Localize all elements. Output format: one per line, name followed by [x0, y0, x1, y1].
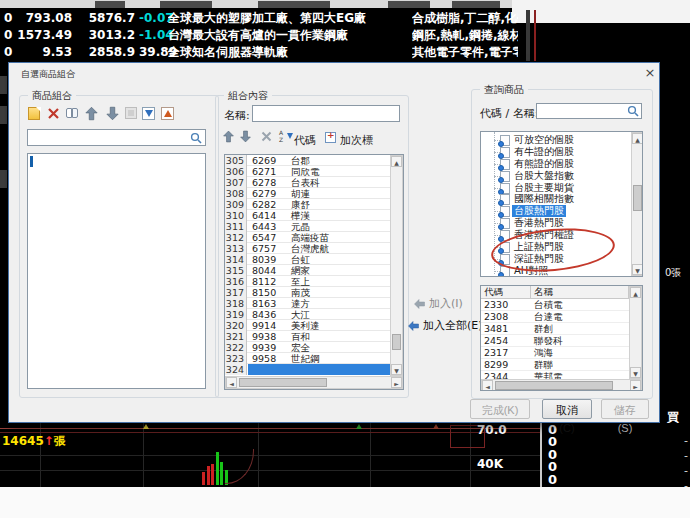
tree-item-label[interactable]: 深証熱門股	[512, 253, 566, 265]
table-row[interactable]: 2454 聯發科	[481, 335, 629, 347]
scroll-down-button[interactable]: ▼	[391, 364, 402, 375]
tree-item-label[interactable]: 國際相關指數	[512, 193, 576, 205]
content-row[interactable]: 318 8163 達方	[225, 298, 392, 309]
move-down-icon[interactable]	[105, 106, 120, 121]
tree-item-label[interactable]: 香港熱門權證	[512, 229, 576, 241]
scroll-left-button[interactable]: ◄	[226, 377, 237, 388]
row-code: 8150	[252, 287, 276, 298]
content-row[interactable]: 305 6269 台郡	[225, 155, 392, 166]
tree-item[interactable]: 可放空的個股	[481, 134, 629, 146]
tree-item-label[interactable]: AH對照	[512, 265, 550, 277]
tree-item-label[interactable]: 台股主要期貨	[512, 182, 576, 194]
add-subtab-icon[interactable]: +	[324, 131, 339, 146]
table-row[interactable]: 2317 鴻海	[481, 347, 629, 359]
tree-item[interactable]: 香港熱門股	[481, 217, 629, 229]
table-row[interactable]: 3481 群創	[481, 323, 629, 335]
query-search-input[interactable]	[536, 103, 642, 119]
content-row[interactable]: 315 8044 網家	[225, 265, 392, 276]
export-icon[interactable]	[161, 106, 176, 121]
rename-book-icon[interactable]	[65, 106, 80, 121]
portfolio-list[interactable]	[27, 153, 206, 389]
content-row[interactable]: 313 6757 台灣虎航	[225, 243, 392, 254]
tree-item[interactable]: AH對照	[481, 265, 629, 277]
quote-row[interactable]: 0 9.53 2858.9 39.89 全球知名伺服器導軌廠 其他電子零件,電子…	[0, 44, 520, 61]
content-row[interactable]: 322 9939 宏全	[225, 342, 392, 353]
tree-item[interactable]: 香港熱門權證	[481, 229, 629, 241]
content-row[interactable]: 309 6282 康舒	[225, 199, 392, 210]
name-input[interactable]	[252, 105, 400, 122]
scroll-down-button[interactable]: ▼	[632, 264, 643, 275]
tree-item-label[interactable]: 上証熱門股	[512, 241, 566, 253]
scroll-right-button[interactable]: ►	[391, 377, 402, 388]
tree-item-label[interactable]: 可放空的個股	[512, 134, 576, 146]
scroll-down-button[interactable]: ▼	[630, 367, 641, 378]
import-icon[interactable]	[142, 106, 157, 121]
content-row[interactable]: 317 8150 南茂	[225, 287, 392, 298]
table-vscrollbar[interactable]: ▲ ▼	[629, 286, 642, 379]
tree-item-label[interactable]: 有熊證的個股	[512, 158, 576, 170]
category-tree[interactable]: 可放空的個股 有牛證的個股 有熊證的個股	[480, 131, 643, 277]
new-portfolio-icon[interactable]	[27, 106, 42, 121]
quote-row[interactable]: 0 793.08 5876.7 -0.07 全球最大的塑膠加工廠、第四大EG廠 …	[0, 10, 520, 27]
move-up-icon[interactable]	[84, 106, 99, 121]
scroll-up-button[interactable]: ▲	[632, 133, 643, 144]
delete-icon[interactable]	[46, 106, 61, 121]
tree-item[interactable]: 深証熱門股	[481, 253, 629, 265]
close-icon[interactable]: ×	[641, 65, 659, 81]
table-row[interactable]: 2330 台積電	[481, 299, 629, 311]
query-result-table[interactable]: 代碼 名稱 2330 台積電 2308 台達電	[480, 285, 643, 391]
content-row[interactable]: 321 9938 百和	[225, 331, 392, 342]
tree-item[interactable]: 國際相關指數	[481, 193, 629, 205]
page-icon	[500, 254, 510, 265]
scroll-thumb[interactable]	[392, 334, 401, 350]
content-row[interactable]: 323 9958 世紀鋼	[225, 353, 392, 364]
content-row[interactable]: 320 9914 美利達	[225, 320, 392, 331]
tree-vscrollbar[interactable]: ▲ ▼	[631, 132, 643, 276]
row-name: 台郡	[291, 155, 310, 166]
scroll-thumb[interactable]	[239, 378, 327, 387]
scroll-up-button[interactable]: ▲	[391, 156, 402, 167]
cell-name: 群創	[534, 323, 553, 334]
tree-item[interactable]: 有熊證的個股	[481, 158, 629, 170]
content-row[interactable]: 316 8112 至上	[225, 276, 392, 287]
tree-item-label[interactable]: 有牛證的個股	[512, 146, 576, 158]
content-row[interactable]: 314 8039 台虹	[225, 254, 392, 265]
table-row[interactable]: 8299 群聯	[481, 359, 629, 371]
content-row[interactable]: 319 8436 大江	[225, 309, 392, 320]
content-row[interactable]: 310 6414 樺漢	[225, 210, 392, 221]
table-hscrollbar[interactable]: ◄ ►	[481, 379, 642, 391]
tree-item[interactable]: 台股大盤指數	[481, 170, 629, 182]
sort-code-label[interactable]: 代碼	[294, 133, 316, 148]
tree-item[interactable]: 有牛證的個股	[481, 146, 629, 158]
scroll-thumb[interactable]	[495, 381, 613, 390]
table-row[interactable]: 2308 台達電	[481, 311, 629, 323]
tree-item-label[interactable]: 香港熱門股	[512, 217, 566, 229]
content-row[interactable]: 307 6278 台表科	[225, 177, 392, 188]
remove-item-icon[interactable]	[260, 130, 275, 145]
portfolio-search-input[interactable]	[27, 129, 206, 146]
content-row[interactable]: 306 6271 同欣電	[225, 166, 392, 177]
move-up-icon[interactable]	[222, 130, 237, 145]
scroll-left-button[interactable]: ◄	[482, 380, 493, 391]
tree-item-label[interactable]: 台股大盤指數	[512, 170, 576, 182]
sort-az-icon[interactable]: A Z	[279, 130, 294, 145]
content-row[interactable]: 311 6443 元晶	[225, 221, 392, 232]
scroll-thumb[interactable]	[633, 185, 642, 211]
content-hscrollbar[interactable]: ◄ ►	[225, 376, 403, 389]
content-list[interactable]: 305 6269 台郡 306 6271 同欣電 307	[224, 154, 404, 390]
tree-item[interactable]: 台股熱門股	[481, 205, 629, 217]
content-row-selected[interactable]: 324	[225, 364, 392, 375]
scroll-right-button[interactable]: ►	[630, 380, 641, 391]
table-row[interactable]: 2344 華邦電	[481, 371, 629, 379]
dialog-button[interactable]: 取消(C)	[542, 399, 592, 419]
content-row[interactable]: 312 6547 高端疫苗	[225, 232, 392, 243]
tree-item[interactable]: 台股主要期貨	[481, 182, 629, 194]
scroll-up-button[interactable]: ▲	[630, 287, 641, 298]
tree-item-label[interactable]: 台股熱門股	[512, 205, 566, 217]
content-vscrollbar[interactable]: ▲ ▼	[390, 155, 403, 376]
content-row[interactable]: 308 6279 胡連	[225, 188, 392, 199]
add-subtab-label[interactable]: 加次標	[340, 133, 373, 148]
move-down-icon[interactable]	[239, 130, 254, 145]
tree-item[interactable]: 上証熱門股	[481, 241, 629, 253]
quote-row[interactable]: 0 1573.49 3013.2 -1.04 台灣最大設有高爐的一貫作業鋼廠 鋼…	[0, 27, 520, 44]
